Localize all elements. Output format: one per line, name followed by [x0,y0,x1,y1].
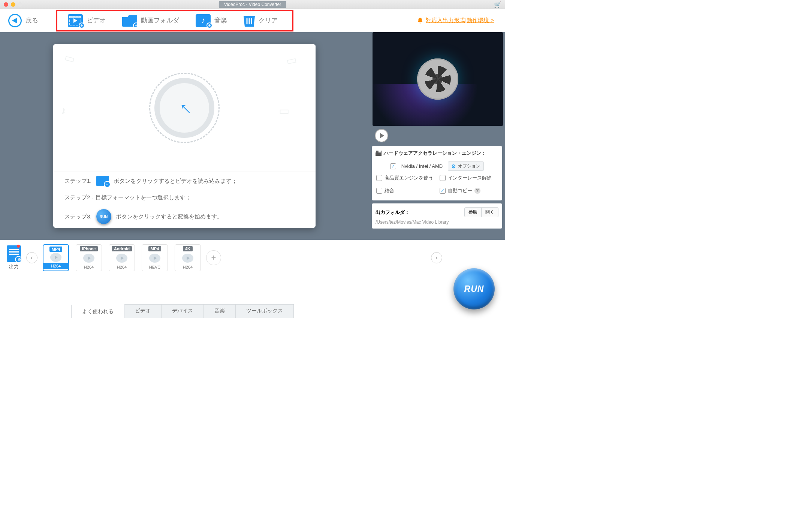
titlebar: VideoProc - Video Converter 🛒 [0,0,505,9]
watermark-icon: ▭ [63,51,76,66]
format-codec-label: H264 [183,265,193,269]
formats-link-label: 対応入出力形式|動作環境 > [426,17,494,24]
back-button[interactable]: 戻る [8,14,38,27]
output-settings-button[interactable]: ⚙ 出力 [7,245,21,270]
format-play-icon [116,254,127,263]
hw-gpu-label: Nvidia / Intel / AMD [401,163,443,169]
drop-card: ▭ ▭ ♪ ▭ ↑ ステップ1. ボタンをクリックするとビデオを読み込みます； … [53,44,316,228]
step3-post: ボタンをクリックすると変換を始めます。 [116,213,223,220]
step1-pre: ステップ1. [64,178,92,185]
add-folder-label: 動画フォルダ [141,16,179,25]
step-1: ステップ1. ボタンをクリックするとビデオを読み込みます； [53,172,316,190]
music-note-icon: + [196,14,211,27]
step-3: ステップ3. RUN ボタンをクリックすると変換を始めます。 [53,205,316,228]
category-tab[interactable]: 音楽 [204,304,236,318]
format-codec-label: H264 [84,265,94,269]
cart-icon[interactable]: 🛒 [494,1,501,8]
browse-button[interactable]: 参照 [464,207,482,217]
format-top-label: MP4 [148,246,162,251]
clear-button[interactable]: クリア [244,14,278,27]
add-video-label: ビデオ [87,16,106,25]
format-codec-label: H264 [43,263,68,269]
drop-circle: ↑ [154,78,214,138]
format-preset[interactable]: MP4 HEVC [142,244,168,271]
open-button[interactable]: 開く [482,207,498,217]
divider [49,13,49,28]
hw-accel-title: ハードウェアアクセラレーション・エンジン： [376,150,498,157]
zoom-window[interactable] [18,2,22,7]
merge-label: 結合 [385,187,394,194]
deinterlace-label: インターレース解除 [448,175,492,181]
output-folder-label: 出力フォルダ： [376,209,410,216]
format-play-icon [50,253,61,262]
add-music-button[interactable]: + 音楽 [196,14,227,27]
format-prev-button[interactable]: ‹ [26,252,37,263]
format-top-label: MP4 [49,247,63,252]
preview-pane [373,32,503,126]
trash-icon [244,14,255,27]
output-path: /Users/tez/Movies/Mac Video Library [376,220,498,225]
back-label: 戻る [25,16,38,25]
hq-engine-label: 高品質エンジンを使う [385,175,433,181]
close-window[interactable] [4,2,8,7]
format-preset[interactable]: Android H264 [109,244,135,271]
watermark-icon: ▭ [285,52,298,67]
category-tab[interactable]: ツールボックス [236,304,294,318]
preview-play-button[interactable] [375,129,388,142]
hw-gpu-checkbox[interactable] [390,163,396,169]
run-mini-icon: RUN [96,209,111,224]
hw-accel-card: ハードウェアアクセラレーション・エンジン： Nvidia / Intel / A… [372,146,502,200]
autocopy-label: 自動コピー [448,187,472,194]
category-tab[interactable]: デバイス [162,304,204,318]
format-preset[interactable]: MP4 H264 [43,244,69,271]
minimize-window[interactable] [11,2,15,7]
format-preset[interactable]: iPhone H264 [76,244,102,271]
run-button[interactable]: RUN [453,268,495,309]
film-reel-icon [417,58,458,100]
format-play-icon [182,254,193,263]
add-format-button[interactable]: + [206,250,221,265]
highlighted-toolbar-group: + ビデオ + 動画フォルダ + 音楽 クリア [56,10,293,31]
format-play-icon [83,254,94,263]
add-video-button[interactable]: + ビデオ [68,14,106,27]
side-panel: ハードウェアアクセラレーション・エンジン： Nvidia / Intel / A… [369,32,505,240]
deinterlace-checkbox[interactable] [440,175,446,181]
hq-engine-checkbox[interactable] [376,175,382,181]
format-codec-label: HEVC [149,265,161,269]
video-clap-icon: + [68,14,83,27]
format-next-button[interactable]: › [431,252,442,263]
format-top-label: 4K [183,246,193,251]
arrow-up-left-icon: ↑ [174,97,196,119]
category-tab[interactable]: よく使われる [71,305,124,318]
window-controls [4,2,22,7]
step3-pre: ステップ3. [64,213,92,220]
add-folder-button[interactable]: + 動画フォルダ [122,14,179,27]
format-list: MP4 H264iPhone H264Android H264MP4 HEVC4… [43,244,201,271]
bell-icon [417,17,423,24]
video-clap-icon [96,176,109,186]
drop-target[interactable]: ▭ ▭ ♪ ▭ ↑ [53,44,316,172]
category-tab[interactable]: ビデオ [124,304,162,318]
gear-icon: ⚙ [451,163,456,169]
toolbar: 戻る + ビデオ + 動画フォルダ + 音楽 クリア 対応入出力形式|動作環境 … [0,9,505,32]
document-icon: ⚙ [7,245,21,262]
watermark-icon: ♪ [61,104,66,117]
formats-link[interactable]: 対応入出力形式|動作環境 > [417,17,494,24]
drop-zone-area: ▭ ▭ ♪ ▭ ↑ ステップ1. ボタンをクリックするとビデオを読み込みます； … [0,32,369,240]
clear-label: クリア [259,16,278,25]
format-codec-label: H264 [117,265,127,269]
hw-option-button[interactable]: ⚙オプション [448,161,484,171]
content-area: ▭ ▭ ♪ ▭ ↑ ステップ1. ボタンをクリックするとビデオを読み込みます； … [0,32,505,240]
window-title: VideoProc - Video Converter [219,1,286,8]
step1-post: ボタンをクリックするとビデオを読み込みます； [114,178,237,185]
format-bar: ⚙ 出力 ‹ MP4 H264iPhone H264Android H264MP… [0,240,505,275]
format-preset[interactable]: 4K H264 [175,244,201,271]
output-settings-label: 出力 [9,263,19,270]
autocopy-checkbox[interactable] [440,188,446,194]
merge-checkbox[interactable] [376,188,382,194]
output-folder-card: 出力フォルダ： 参照 開く /Users/tez/Movies/Mac Vide… [372,203,502,229]
chip-icon [376,151,382,156]
watermark-icon: ▭ [279,104,289,117]
bottom-panel: ⚙ 出力 ‹ MP4 H264iPhone H264Android H264MP… [0,240,505,318]
help-icon[interactable]: ? [474,188,480,194]
